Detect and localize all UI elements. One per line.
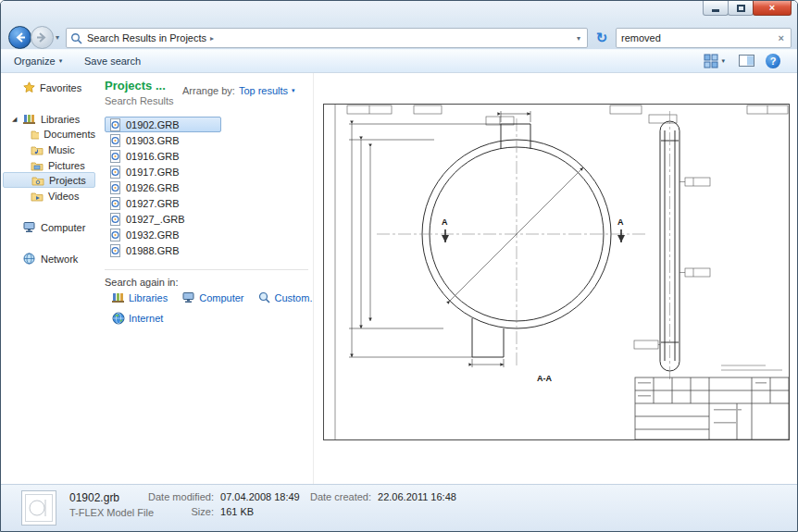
close-icon: × xyxy=(769,3,775,13)
refresh-icon: ↻ xyxy=(596,30,608,46)
sidebar-item-network[interactable]: Network xyxy=(3,251,95,266)
breadcrumb-arrow-icon[interactable]: ▸ xyxy=(210,34,214,43)
sidebar-label-network: Network xyxy=(41,254,78,265)
file-row[interactable]: 01926.GRB xyxy=(105,179,221,195)
views-button[interactable]: ▾ xyxy=(704,54,725,68)
date-modified-label: Date modified: xyxy=(142,491,214,502)
computer-icon xyxy=(23,221,36,233)
file-name: 01902.GRB xyxy=(126,119,179,130)
file-row[interactable]: 01902.GRB xyxy=(105,117,221,132)
sidebar-item-videos[interactable]: Videos xyxy=(3,188,95,204)
back-arrow-icon xyxy=(14,31,26,43)
section-label: A-A xyxy=(537,374,552,383)
grb-file-icon xyxy=(109,166,121,179)
search-input[interactable] xyxy=(621,32,777,43)
file-row[interactable]: 01927_.GRB xyxy=(105,211,221,227)
main-area: Favorites ◢ Libraries Documents Music Pi… xyxy=(1,73,797,484)
grb-file-icon xyxy=(109,213,121,226)
videos-library-icon xyxy=(31,191,44,202)
file-name: 01916.GRB xyxy=(126,151,179,162)
clear-search-icon[interactable]: × xyxy=(777,32,786,43)
details-column-created: Date created: 22.06.2011 16:48 xyxy=(306,491,456,506)
address-history-dropdown[interactable]: ▾ xyxy=(574,34,583,43)
organize-button[interactable]: Organize ▾ xyxy=(6,50,69,72)
grb-file-icon xyxy=(109,150,121,163)
back-button[interactable] xyxy=(8,26,31,49)
save-search-label: Save search xyxy=(84,56,141,67)
arrange-by-control[interactable]: Arrange by: Top results ▾ xyxy=(182,85,295,96)
file-row[interactable]: 01916.GRB xyxy=(105,148,221,164)
preview-pane-button[interactable] xyxy=(739,54,754,68)
documents-library-icon xyxy=(31,129,39,140)
sidebar-label-projects: Projects xyxy=(49,175,86,186)
refresh-button[interactable]: ↻ xyxy=(592,28,612,48)
file-row[interactable]: 01917.GRB xyxy=(105,164,221,179)
sidebar-item-favorites[interactable]: Favorites xyxy=(3,80,95,95)
minimize-icon xyxy=(712,9,719,12)
forward-button[interactable] xyxy=(31,26,54,49)
search-again-label: Search again in: xyxy=(105,277,179,288)
file-row[interactable]: 01927.GRB xyxy=(105,195,221,211)
results-title: Projects ... xyxy=(105,79,166,93)
date-created-value: 22.06.2011 16:48 xyxy=(378,491,456,502)
sidebar-item-music[interactable]: Music xyxy=(3,142,95,157)
sidebar-item-computer[interactable]: Computer xyxy=(3,219,95,235)
file-row[interactable]: 01932.GRB xyxy=(105,227,221,242)
file-name: 01927_.GRB xyxy=(126,214,185,225)
cad-drawing-preview: A A A-A xyxy=(323,104,790,440)
internet-globe-icon xyxy=(112,312,125,325)
date-modified-value: 07.04.2008 18:49 xyxy=(220,491,300,502)
search-again-link-label: Computer xyxy=(199,292,243,303)
search-again-libraries[interactable]: Libraries xyxy=(112,291,168,303)
command-bar: Organize ▾ Save search ▾ ? xyxy=(1,49,797,73)
sidebar-item-projects[interactable]: Projects xyxy=(3,172,95,188)
arrange-by-dropdown-icon[interactable]: ▾ xyxy=(292,87,295,94)
file-name: 01917.GRB xyxy=(126,167,179,178)
arrange-by-value[interactable]: Top results xyxy=(239,85,288,96)
file-name: 01926.GRB xyxy=(126,182,179,193)
size-label: Size: xyxy=(142,506,214,517)
expander-icon[interactable]: ◢ xyxy=(12,116,17,123)
details-pane: 01902.grb T-FLEX Model File Date modifie… xyxy=(1,484,797,531)
recent-pages-dropdown[interactable]: ▾ xyxy=(56,33,59,42)
arrange-by-label: Arrange by: xyxy=(182,85,235,96)
address-bar[interactable]: Search Results in Projects ▸ ▾ xyxy=(66,28,588,48)
file-row[interactable]: 01988.GRB xyxy=(105,242,221,258)
maximize-button[interactable] xyxy=(728,1,754,16)
navigation-bar: ▾ Search Results in Projects ▸ ▾ ↻ × xyxy=(1,26,797,49)
search-again-computer[interactable]: Computer xyxy=(182,291,243,303)
views-dropdown-icon: ▾ xyxy=(721,57,725,65)
search-location-icon xyxy=(70,32,82,44)
projects-library-icon xyxy=(31,175,44,186)
file-name: 01903.GRB xyxy=(126,135,179,146)
section-marker-right: A xyxy=(617,217,624,227)
results-subtitle: Search Results xyxy=(105,95,174,106)
file-row[interactable]: 01903.GRB xyxy=(105,132,221,148)
save-search-button[interactable]: Save search xyxy=(77,50,148,72)
sidebar-item-pictures[interactable]: Pictures xyxy=(3,157,95,173)
magnifier-icon xyxy=(258,291,270,303)
sidebar-label-favorites: Favorites xyxy=(40,82,81,93)
sidebar-item-documents[interactable]: Documents xyxy=(3,126,95,142)
preview-pane: A A A-A xyxy=(313,73,797,484)
close-button[interactable]: × xyxy=(753,1,792,16)
breadcrumb[interactable]: Search Results in Projects xyxy=(87,32,206,43)
organize-dropdown-icon: ▾ xyxy=(59,57,63,65)
search-again-internet[interactable]: Internet xyxy=(112,312,163,325)
thumbnail-drawing-icon xyxy=(25,494,53,522)
help-button[interactable]: ? xyxy=(766,54,780,68)
search-again-link-label: Custom... xyxy=(274,292,318,303)
section-marker-left: A xyxy=(442,217,448,227)
favorites-star-icon xyxy=(23,81,35,93)
date-created-label: Date created: xyxy=(306,491,371,502)
maximize-icon xyxy=(737,5,745,12)
help-icon: ? xyxy=(770,56,777,67)
minimize-button[interactable] xyxy=(703,1,729,16)
sidebar-label-documents: Documents xyxy=(44,129,95,140)
sidebar-item-libraries[interactable]: ◢ Libraries xyxy=(3,111,95,127)
navigation-pane: Favorites ◢ Libraries Documents Music Pi… xyxy=(1,73,97,484)
search-again-custom[interactable]: Custom... xyxy=(258,291,318,303)
pictures-library-icon xyxy=(31,160,44,171)
caption-buttons: × xyxy=(704,1,792,16)
file-name: 01932.GRB xyxy=(126,229,179,241)
